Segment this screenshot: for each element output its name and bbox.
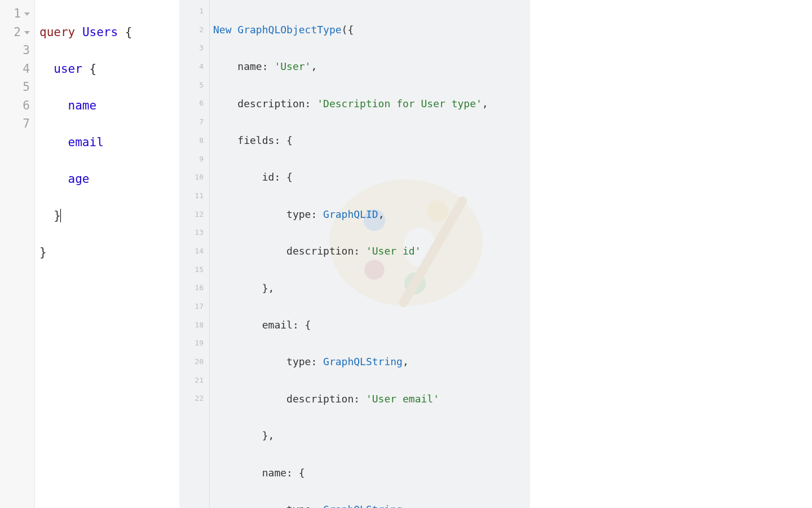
code-line: }, xyxy=(213,427,524,445)
code-line: type: GraphQLID, xyxy=(213,205,524,224)
code-line[interactable]: query Users { xyxy=(39,23,179,42)
line-number: 2 xyxy=(179,21,204,40)
line-number: 14 xyxy=(179,242,204,261)
line-number: 1 xyxy=(179,2,204,21)
type-graphqlstring: GraphQLString xyxy=(323,356,403,367)
type-graphqlstring: GraphQLString xyxy=(323,503,403,508)
prop-type: type: xyxy=(286,208,317,220)
graphql-query-editor[interactable]: 1 2 3 4 5 6 7 query Users { user { name … xyxy=(0,0,179,508)
line-number: 19 xyxy=(179,334,204,353)
brace-open: { xyxy=(293,467,305,479)
line-number: 6 xyxy=(23,97,30,115)
code-line[interactable]: } xyxy=(39,207,179,225)
field-email: email xyxy=(68,135,104,149)
line-number: 18 xyxy=(179,316,204,335)
line-number: 20 xyxy=(179,353,204,371)
keyword-query: query xyxy=(39,25,75,39)
field-age: age xyxy=(68,172,90,186)
string-literal: 'Description for User type' xyxy=(317,98,482,110)
code-line: type: GraphQLString, xyxy=(213,353,524,371)
line-number: 9 xyxy=(179,150,204,169)
code-line: description: 'User id' xyxy=(213,242,524,261)
code-line: description: 'Description for User type'… xyxy=(213,95,524,113)
operation-name: Users xyxy=(82,25,118,39)
line-number: 5 xyxy=(179,76,204,95)
prop-description: description: xyxy=(286,245,360,257)
brace-close-comma: }, xyxy=(262,430,275,441)
type-graphqlid: GraphQLID xyxy=(323,208,378,220)
prop-type: type: xyxy=(286,503,317,508)
comma: , xyxy=(403,356,409,367)
code-line: fields: { xyxy=(213,132,524,150)
line-number: 12 xyxy=(179,205,204,224)
code-line: name: { xyxy=(213,464,524,483)
line-number: 11 xyxy=(179,187,204,205)
code-line: email: { xyxy=(213,316,524,335)
prop-type: type: xyxy=(286,356,317,367)
field-user: user xyxy=(54,62,82,76)
string-literal: 'User email' xyxy=(366,393,439,405)
string-literal: 'User' xyxy=(274,60,311,72)
code-line[interactable]: age xyxy=(39,170,179,189)
code-line: type: GraphQLString, xyxy=(213,501,524,508)
line-number: 4 xyxy=(179,58,204,76)
line-number: 1 xyxy=(14,5,21,23)
line-number: 10 xyxy=(179,168,204,187)
right-code-area: New GraphQLObjectType({ name: 'User', de… xyxy=(210,0,530,508)
line-number: 22 xyxy=(179,389,204,408)
line-number: 16 xyxy=(179,279,204,297)
prop-fields: fields: xyxy=(237,134,280,146)
code-line: New GraphQLObjectType({ xyxy=(213,21,524,40)
line-number: 3 xyxy=(179,39,204,58)
line-number: 2 xyxy=(14,23,21,42)
prop-description: description: xyxy=(286,393,360,405)
left-line-gutter: 1 2 3 4 5 6 7 xyxy=(0,0,35,508)
brace-open: { xyxy=(280,171,293,183)
code-line: id: { xyxy=(213,168,524,187)
line-number: 6 xyxy=(179,94,204,113)
line-number: 15 xyxy=(179,261,204,279)
line-number: 7 xyxy=(179,113,204,132)
field-name: name xyxy=(68,99,97,112)
code-line[interactable]: user { xyxy=(39,60,179,78)
code-line[interactable]: } xyxy=(39,243,179,262)
string-literal: 'User id' xyxy=(366,245,421,257)
fold-arrow-icon[interactable] xyxy=(24,12,30,16)
brace-close: } xyxy=(39,246,47,259)
code-line[interactable]: name xyxy=(39,97,179,115)
brace-open: { xyxy=(280,134,293,146)
code-line[interactable]: email xyxy=(39,133,179,152)
line-number: 3 xyxy=(23,41,30,60)
brace-open: { xyxy=(118,25,132,39)
comma: , xyxy=(482,98,488,110)
brace-open: { xyxy=(299,319,311,331)
comma: , xyxy=(403,503,409,508)
line-number: 17 xyxy=(179,297,204,316)
brace-open: { xyxy=(82,62,96,76)
line-number: 8 xyxy=(179,132,204,150)
prop-description: description: xyxy=(237,98,311,110)
code-line: name: 'User', xyxy=(213,58,524,76)
schema-code-viewer: 1 2 3 4 5 6 7 8 9 10 11 12 13 14 15 16 1… xyxy=(179,0,530,508)
prop-name: name: xyxy=(262,467,293,479)
code-line: }, xyxy=(213,279,524,298)
line-number: 13 xyxy=(179,224,204,242)
keyword-new: New xyxy=(213,24,232,36)
brace-close-comma: }, xyxy=(262,282,275,294)
left-code-area[interactable]: query Users { user { name email age } } xyxy=(35,0,179,508)
line-number: 5 xyxy=(23,78,30,97)
fold-arrow-icon[interactable] xyxy=(24,31,30,34)
paren-brace-open: ({ xyxy=(342,24,354,36)
code-line: description: 'User email' xyxy=(213,390,524,409)
prop-name: name: xyxy=(237,60,268,72)
type-graphqlobjecttype: GraphQLObjectType xyxy=(237,24,341,36)
comma: , xyxy=(311,60,317,72)
comma: , xyxy=(378,208,385,220)
prop-email: email: xyxy=(262,319,299,331)
text-cursor-icon xyxy=(60,209,61,222)
line-number: 4 xyxy=(23,60,30,78)
prop-id: id: xyxy=(262,171,281,183)
line-number: 21 xyxy=(179,371,204,390)
line-number: 7 xyxy=(23,115,30,133)
right-line-gutter: 1 2 3 4 5 6 7 8 9 10 11 12 13 14 15 16 1… xyxy=(179,0,210,508)
